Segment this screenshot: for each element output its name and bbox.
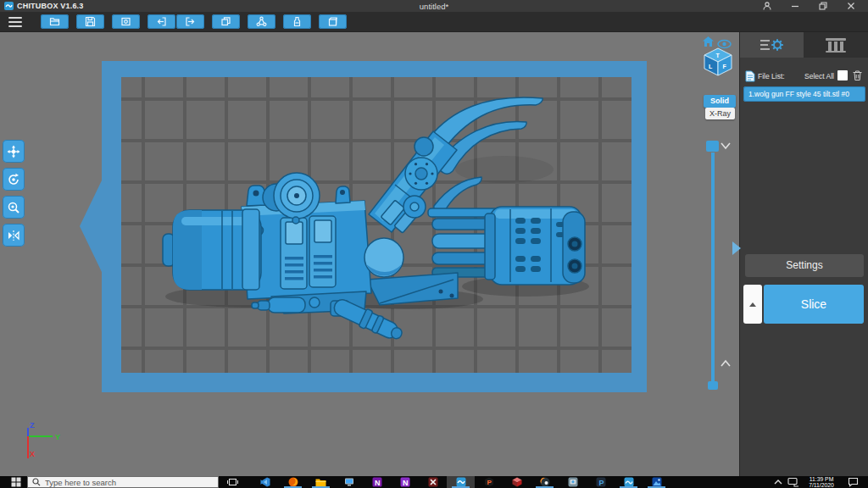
firefox-icon bbox=[288, 477, 298, 487]
view-cube-front-label: F bbox=[723, 64, 727, 69]
axis-y-label: Y bbox=[55, 433, 60, 441]
tab-settings[interactable] bbox=[740, 32, 804, 58]
hollow-box-icon bbox=[327, 16, 338, 27]
chevron-up-icon[interactable] bbox=[720, 358, 732, 369]
taskbar-app-photon-workshop[interactable]: P bbox=[587, 476, 615, 488]
select-all-checkbox[interactable] bbox=[837, 70, 848, 80]
move-tool-button[interactable] bbox=[3, 140, 25, 163]
search-icon bbox=[32, 478, 41, 486]
scale-icon bbox=[7, 201, 20, 214]
list-gear-icon bbox=[760, 37, 785, 53]
open-file-button[interactable] bbox=[41, 14, 69, 29]
rotate-tool-button[interactable] bbox=[3, 168, 25, 191]
support-icon bbox=[256, 16, 267, 27]
file-list-icon bbox=[745, 70, 755, 82]
svg-text:N: N bbox=[375, 479, 381, 487]
capture-tool-icon bbox=[568, 477, 578, 487]
taskbar-app-capture-tool[interactable] bbox=[559, 476, 587, 488]
axis-gizmo: Y X Z bbox=[17, 419, 68, 466]
chitubox-window: CHITUBOX V1.6.3 untitled* bbox=[0, 0, 868, 488]
view-cube-left-label: L bbox=[709, 64, 713, 69]
hollow-button[interactable] bbox=[319, 14, 347, 29]
view-cube[interactable]: T L F bbox=[704, 47, 732, 80]
photos-icon bbox=[652, 477, 662, 487]
action-center-icon[interactable] bbox=[848, 477, 859, 487]
resin-button[interactable] bbox=[283, 14, 311, 29]
solid-mode-button[interactable]: Solid bbox=[704, 95, 736, 108]
file-explorer-icon bbox=[315, 478, 326, 487]
taskbar-app-onenote[interactable]: N bbox=[363, 476, 391, 488]
taskbar-app-photos[interactable] bbox=[643, 476, 670, 488]
layer-slider-handle-top[interactable] bbox=[706, 141, 719, 152]
close-button[interactable] bbox=[845, 1, 856, 12]
title-bar: CHITUBOX V1.6.3 untitled* bbox=[0, 0, 868, 12]
right-panel: File List: Select All 1.wolg gun FF styl… bbox=[739, 32, 868, 476]
undo-button[interactable] bbox=[147, 14, 175, 29]
start-button[interactable] bbox=[8, 477, 24, 487]
document-title: untitled* bbox=[0, 2, 868, 11]
redo-button[interactable] bbox=[176, 14, 204, 29]
app-title: CHITUBOX V1.6.3 bbox=[17, 2, 84, 10]
mirror-icon bbox=[7, 229, 20, 242]
menu-button[interactable] bbox=[8, 17, 22, 27]
file-list-label: File List: bbox=[758, 72, 785, 80]
clone-icon bbox=[220, 16, 231, 27]
clone-button[interactable] bbox=[212, 14, 240, 29]
photon-workshop-icon: P bbox=[596, 477, 606, 487]
taskbar-app-cura[interactable] bbox=[531, 476, 559, 488]
layer-slider-track[interactable] bbox=[711, 152, 715, 383]
search-input[interactable] bbox=[41, 477, 218, 487]
taskbar-app-firefox[interactable] bbox=[279, 476, 307, 488]
trash-icon[interactable] bbox=[852, 69, 863, 81]
onenote-2-icon: N bbox=[400, 477, 410, 487]
slice-button[interactable]: Slice bbox=[764, 285, 864, 324]
cura-ball-icon bbox=[540, 477, 550, 487]
chevron-down-icon[interactable] bbox=[720, 141, 732, 151]
redo-icon bbox=[185, 16, 196, 27]
taskbar-app-chitubox-2[interactable] bbox=[615, 476, 643, 488]
hardware-tray-icon[interactable] bbox=[787, 477, 799, 487]
taskbar-app-prusaslicer[interactable]: P bbox=[475, 476, 503, 488]
slice-options-button[interactable] bbox=[743, 285, 762, 324]
axis-x-label: X bbox=[30, 450, 35, 458]
taskbar-search[interactable] bbox=[27, 476, 219, 488]
tray-expand-chevron-icon[interactable] bbox=[773, 478, 783, 486]
open-folder-icon bbox=[49, 16, 60, 27]
main-toolbar bbox=[0, 12, 868, 32]
screenshot-icon bbox=[120, 16, 131, 27]
taskbar-app-meshmixer[interactable] bbox=[503, 476, 531, 488]
account-icon[interactable] bbox=[761, 1, 772, 12]
resin-bottle-icon bbox=[292, 16, 303, 27]
layer-slider-handle-bottom[interactable] bbox=[708, 381, 718, 390]
xray-mode-button[interactable]: X-Ray bbox=[705, 108, 735, 119]
app-logo-icon bbox=[4, 2, 14, 10]
build-plate-grid[interactable] bbox=[121, 77, 632, 373]
tab-supports[interactable] bbox=[804, 32, 868, 58]
taskbar-app-file-explorer[interactable] bbox=[307, 476, 335, 488]
taskbar-app-x[interactable] bbox=[419, 476, 447, 488]
minimize-button[interactable] bbox=[789, 1, 800, 12]
axis-z-label: Z bbox=[30, 421, 35, 430]
support-button[interactable] bbox=[248, 14, 275, 29]
task-view-icon bbox=[227, 477, 238, 487]
prusaslicer-icon: P bbox=[484, 477, 494, 487]
scale-tool-button[interactable] bbox=[3, 196, 25, 219]
settings-button[interactable]: Settings bbox=[745, 254, 864, 277]
taskbar-app-monitor[interactable] bbox=[335, 476, 363, 488]
support-pillars-icon bbox=[825, 36, 847, 53]
file-list-item[interactable]: 1.wolg gun FF style 45 tilt.stl #0 bbox=[743, 86, 865, 102]
taskbar-app-vscode[interactable] bbox=[251, 476, 279, 488]
save-button[interactable] bbox=[76, 14, 104, 29]
clock-time: 11:39 PM bbox=[800, 476, 843, 482]
mirror-tool-button[interactable] bbox=[3, 224, 25, 247]
taskbar-app-chitubox[interactable] bbox=[447, 476, 475, 488]
svg-text:P: P bbox=[598, 479, 604, 487]
taskbar-clock[interactable]: 11:39 PM 7/11/2020 bbox=[800, 476, 843, 488]
taskbar-app-onenote-2[interactable]: N bbox=[391, 476, 419, 488]
panel-collapse-arrow[interactable] bbox=[732, 241, 741, 255]
vscode-icon bbox=[260, 477, 270, 487]
triangle-up-icon bbox=[749, 302, 756, 307]
task-view-button[interactable] bbox=[224, 476, 241, 488]
maximize-button[interactable] bbox=[817, 1, 828, 12]
screenshot-button[interactable] bbox=[112, 14, 140, 29]
